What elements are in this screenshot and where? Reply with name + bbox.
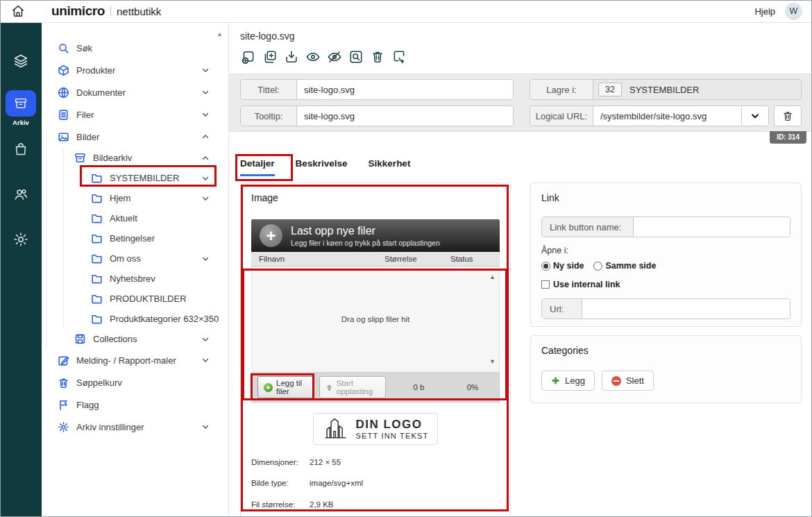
settings-gear-icon[interactable] <box>12 231 29 248</box>
folder-icon <box>91 192 103 204</box>
file-uploader: + Last opp nye filer Legg filer i køen o… <box>251 219 500 402</box>
radio-ny-side[interactable]: Ny side <box>541 261 584 271</box>
id-badge: ID: 314 <box>770 131 806 144</box>
show-icon[interactable] <box>305 49 321 65</box>
chevron-down-icon[interactable] <box>201 87 210 97</box>
sidebar-item-dokumenter[interactable]: Dokumenter <box>42 81 228 103</box>
upload-arrow-icon <box>325 384 333 391</box>
sidebar-item-produktkategorier-632-350[interactable]: Produktkategorier 632×350 <box>42 309 228 329</box>
sidebar-item-melding-rapport-maler[interactable]: Melding- / Rapport-maler <box>42 349 228 371</box>
url-input[interactable] <box>582 299 790 319</box>
sidebar-item-produktbilder[interactable]: PRODUKTBILDER <box>42 289 228 309</box>
checkbox-icon[interactable] <box>541 280 550 289</box>
tab-beskrivelse[interactable]: Beskrivelse <box>296 158 348 176</box>
sidebar-item-s-k[interactable]: Søk <box>42 37 228 59</box>
tab-sikkerhet[interactable]: Sikkerhet <box>369 158 411 176</box>
radio-samme-side[interactable]: Samme side <box>593 261 656 271</box>
uploader-column-headers: Filnavn Størrelse Status <box>251 252 500 266</box>
sidebar-item-bildearkiv[interactable]: Bildearkiv <box>42 148 228 168</box>
chevron-down-icon[interactable] <box>201 422 210 432</box>
use-internal-link-checkbox[interactable]: Use internal link <box>541 280 790 289</box>
hide-icon[interactable] <box>326 49 343 65</box>
rail-item-arkiv[interactable] <box>6 90 36 117</box>
logical-url-delete-button[interactable] <box>774 105 802 126</box>
home-icon[interactable] <box>10 3 26 19</box>
sidebar-item-om-oss[interactable]: Om oss <box>42 248 228 269</box>
metadata-band: Tittel: Tooltip: Lagre i: 32 SYSTEMBILDE… <box>229 74 812 132</box>
sidebar-item-s-ppelkurv[interactable]: Søppelkurv <box>42 371 228 393</box>
sidebar-item-label: Flagg <box>76 400 99 410</box>
plus-icon <box>551 376 560 385</box>
green-plus-icon: + <box>264 383 273 392</box>
folder-icon <box>91 253 103 264</box>
link-button-name-input[interactable] <box>634 217 790 237</box>
sidebar-item-bilder[interactable]: Bilder <box>42 126 228 148</box>
gear-icon <box>58 421 69 433</box>
chevron-down-icon[interactable] <box>201 334 210 344</box>
chevron-down-icon[interactable] <box>201 254 210 264</box>
radio-icon[interactable] <box>541 262 550 271</box>
image-details: Dimensjoner:212 × 55Bilde type:image/svg… <box>251 456 500 511</box>
category-add-button[interactable]: Legg <box>541 371 595 391</box>
sidebar-item-arkiv-innstillinger[interactable]: Arkiv innstillinger <box>42 416 228 438</box>
chevron-up-icon[interactable] <box>201 132 210 142</box>
sidebar-item-label: Aktuelt <box>110 213 137 223</box>
add-files-button[interactable]: + Legg til filer <box>257 376 314 398</box>
scroll-up-icon[interactable]: ▲ <box>489 273 496 280</box>
drop-zone[interactable]: Dra og slipp filer hit ▲ ▼ <box>251 266 500 372</box>
download-icon[interactable] <box>283 49 300 65</box>
shop-bag-icon[interactable] <box>12 141 29 158</box>
chevron-up-icon[interactable] <box>201 153 210 163</box>
category-delete-button[interactable]: Slett <box>602 371 654 391</box>
tooltip-input[interactable] <box>297 106 513 126</box>
preview-icon[interactable] <box>348 49 364 65</box>
chevron-down-icon[interactable] <box>201 65 210 75</box>
radio-icon[interactable] <box>593 262 602 271</box>
detail-label: Bilde type: <box>251 477 310 489</box>
chevron-down-icon[interactable] <box>201 194 210 203</box>
sidebar-item-filer[interactable]: Filer <box>42 103 228 126</box>
delete-icon[interactable] <box>369 49 386 65</box>
user-avatar[interactable]: W <box>785 3 802 20</box>
sidebar-item-hjem[interactable]: Hjem <box>42 188 228 208</box>
scroll-down-icon[interactable]: ▼ <box>489 358 496 365</box>
sidebar-item-flagg[interactable]: Flagg <box>42 393 228 416</box>
archive-icon <box>74 152 86 164</box>
duplicate-icon[interactable] <box>262 49 278 65</box>
sidebar-item-betingelser[interactable]: Betingelser <box>42 228 228 248</box>
sidebar-item-label: Betingelser <box>110 233 155 244</box>
start-upload-button[interactable]: Start opplasting <box>319 376 386 398</box>
help-link[interactable]: Hjelp <box>754 6 775 17</box>
chevron-down-icon[interactable] <box>201 110 210 119</box>
sidebar-item-collections[interactable]: Collections <box>42 329 228 349</box>
sidebar-item-label: Produktkategorier 632×350 <box>110 314 219 324</box>
chevron-down-icon[interactable] <box>201 173 210 183</box>
flag-icon <box>58 399 69 411</box>
sidebar-item-label: Melding- / Rapport-maler <box>76 355 176 366</box>
tab-detaljer[interactable]: Detaljer <box>240 158 275 176</box>
chevron-down-icon[interactable] <box>201 355 210 365</box>
sidebar-item-label: Hjem <box>110 193 130 203</box>
add-image-icon[interactable] <box>240 49 257 65</box>
logical-url-input[interactable] <box>593 106 741 126</box>
sidebar-item-produkter[interactable]: Produkter <box>42 59 228 81</box>
search-icon <box>58 42 69 54</box>
logical-url-dropdown-button[interactable] <box>741 106 768 126</box>
brand-logo: unimicro <box>51 3 105 19</box>
sidebar-item-label: Bilder <box>76 132 99 142</box>
image-preview: DIN LOGO SETT INN TEKST <box>313 413 437 445</box>
layers-icon[interactable] <box>12 52 29 69</box>
image-icon <box>58 131 69 143</box>
sidebar-item-aktuelt[interactable]: Aktuelt <box>42 208 228 228</box>
sidebar-item-nyhetsbrev[interactable]: Nyhetsbrev <box>42 269 228 289</box>
link-button-name-label: Link button name: <box>542 217 634 237</box>
sidebar-item-label: Bildearkiv <box>93 153 132 163</box>
move-icon[interactable] <box>391 49 407 65</box>
folder-name-value: SYSTEMBILDER <box>622 80 699 99</box>
sidebar-item-systembilder[interactable]: SYSTEMBILDER <box>42 168 228 188</box>
title-input[interactable] <box>297 80 513 99</box>
users-icon[interactable] <box>12 186 29 203</box>
globe-icon <box>58 87 69 99</box>
page-title: site-logo.svg <box>240 31 801 42</box>
queue-total-size: 0 b <box>386 383 452 391</box>
